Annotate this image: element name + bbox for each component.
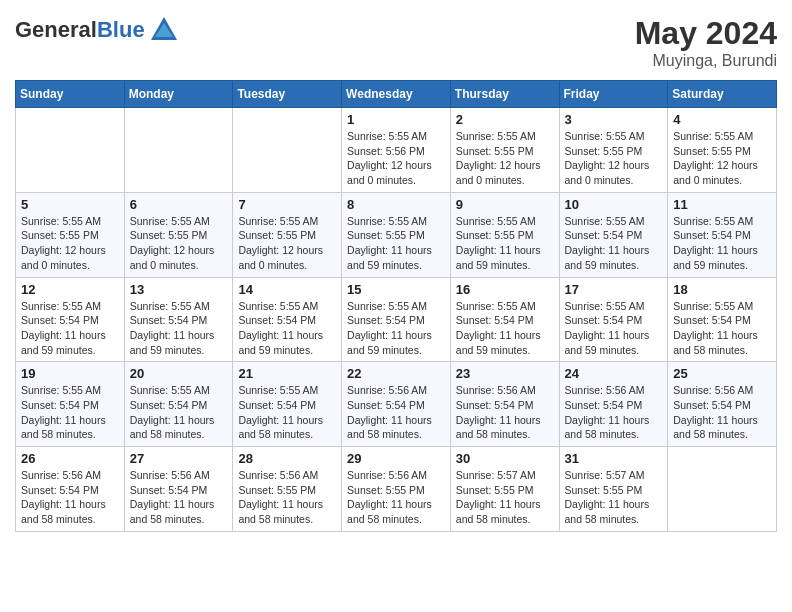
- calendar-cell: 12Sunrise: 5:55 AM Sunset: 5:54 PM Dayli…: [16, 277, 125, 362]
- calendar-cell: 26Sunrise: 5:56 AM Sunset: 5:54 PM Dayli…: [16, 447, 125, 532]
- day-info: Sunrise: 5:57 AM Sunset: 5:55 PM Dayligh…: [565, 468, 663, 527]
- day-info: Sunrise: 5:55 AM Sunset: 5:54 PM Dayligh…: [238, 383, 336, 442]
- day-number: 7: [238, 197, 336, 212]
- weekday-header: Tuesday: [233, 81, 342, 108]
- calendar-cell: 25Sunrise: 5:56 AM Sunset: 5:54 PM Dayli…: [668, 362, 777, 447]
- day-number: 17: [565, 282, 663, 297]
- day-number: 8: [347, 197, 445, 212]
- calendar-cell: 29Sunrise: 5:56 AM Sunset: 5:55 PM Dayli…: [342, 447, 451, 532]
- day-number: 21: [238, 366, 336, 381]
- month-title: May 2024: [635, 15, 777, 52]
- calendar-week-row: 12Sunrise: 5:55 AM Sunset: 5:54 PM Dayli…: [16, 277, 777, 362]
- calendar-cell: 15Sunrise: 5:55 AM Sunset: 5:54 PM Dayli…: [342, 277, 451, 362]
- day-number: 6: [130, 197, 228, 212]
- page-header: GeneralBlue May 2024 Muyinga, Burundi: [15, 15, 777, 70]
- day-number: 29: [347, 451, 445, 466]
- day-number: 16: [456, 282, 554, 297]
- calendar-cell: 17Sunrise: 5:55 AM Sunset: 5:54 PM Dayli…: [559, 277, 668, 362]
- calendar-cell: 14Sunrise: 5:55 AM Sunset: 5:54 PM Dayli…: [233, 277, 342, 362]
- logo-blue: Blue: [97, 17, 145, 42]
- day-number: 4: [673, 112, 771, 127]
- day-number: 11: [673, 197, 771, 212]
- calendar-cell: [233, 108, 342, 193]
- day-number: 10: [565, 197, 663, 212]
- day-number: 5: [21, 197, 119, 212]
- calendar-cell: 16Sunrise: 5:55 AM Sunset: 5:54 PM Dayli…: [450, 277, 559, 362]
- day-info: Sunrise: 5:55 AM Sunset: 5:55 PM Dayligh…: [673, 129, 771, 188]
- day-info: Sunrise: 5:56 AM Sunset: 5:55 PM Dayligh…: [238, 468, 336, 527]
- day-info: Sunrise: 5:56 AM Sunset: 5:55 PM Dayligh…: [347, 468, 445, 527]
- calendar-cell: [668, 447, 777, 532]
- day-number: 27: [130, 451, 228, 466]
- day-number: 1: [347, 112, 445, 127]
- day-info: Sunrise: 5:55 AM Sunset: 5:54 PM Dayligh…: [673, 214, 771, 273]
- day-info: Sunrise: 5:56 AM Sunset: 5:54 PM Dayligh…: [130, 468, 228, 527]
- calendar-cell: 31Sunrise: 5:57 AM Sunset: 5:55 PM Dayli…: [559, 447, 668, 532]
- day-number: 31: [565, 451, 663, 466]
- day-number: 3: [565, 112, 663, 127]
- day-info: Sunrise: 5:55 AM Sunset: 5:55 PM Dayligh…: [21, 214, 119, 273]
- day-info: Sunrise: 5:56 AM Sunset: 5:54 PM Dayligh…: [456, 383, 554, 442]
- day-info: Sunrise: 5:55 AM Sunset: 5:55 PM Dayligh…: [565, 129, 663, 188]
- day-info: Sunrise: 5:55 AM Sunset: 5:54 PM Dayligh…: [21, 299, 119, 358]
- day-number: 20: [130, 366, 228, 381]
- calendar-cell: 3Sunrise: 5:55 AM Sunset: 5:55 PM Daylig…: [559, 108, 668, 193]
- weekday-header: Saturday: [668, 81, 777, 108]
- calendar-cell: 1Sunrise: 5:55 AM Sunset: 5:56 PM Daylig…: [342, 108, 451, 193]
- day-info: Sunrise: 5:55 AM Sunset: 5:54 PM Dayligh…: [238, 299, 336, 358]
- day-info: Sunrise: 5:56 AM Sunset: 5:54 PM Dayligh…: [565, 383, 663, 442]
- calendar-cell: 20Sunrise: 5:55 AM Sunset: 5:54 PM Dayli…: [124, 362, 233, 447]
- weekday-header: Wednesday: [342, 81, 451, 108]
- calendar-cell: 8Sunrise: 5:55 AM Sunset: 5:55 PM Daylig…: [342, 192, 451, 277]
- day-info: Sunrise: 5:55 AM Sunset: 5:55 PM Dayligh…: [456, 129, 554, 188]
- calendar-cell: 9Sunrise: 5:55 AM Sunset: 5:55 PM Daylig…: [450, 192, 559, 277]
- logo: GeneralBlue: [15, 15, 179, 45]
- calendar-cell: 5Sunrise: 5:55 AM Sunset: 5:55 PM Daylig…: [16, 192, 125, 277]
- calendar-cell: 2Sunrise: 5:55 AM Sunset: 5:55 PM Daylig…: [450, 108, 559, 193]
- day-number: 12: [21, 282, 119, 297]
- day-number: 24: [565, 366, 663, 381]
- calendar-cell: 22Sunrise: 5:56 AM Sunset: 5:54 PM Dayli…: [342, 362, 451, 447]
- calendar-cell: 4Sunrise: 5:55 AM Sunset: 5:55 PM Daylig…: [668, 108, 777, 193]
- day-info: Sunrise: 5:55 AM Sunset: 5:54 PM Dayligh…: [21, 383, 119, 442]
- logo-general: General: [15, 17, 97, 42]
- logo-text: GeneralBlue: [15, 17, 145, 43]
- calendar-header-row: SundayMondayTuesdayWednesdayThursdayFrid…: [16, 81, 777, 108]
- day-info: Sunrise: 5:56 AM Sunset: 5:54 PM Dayligh…: [673, 383, 771, 442]
- day-number: 15: [347, 282, 445, 297]
- calendar-cell: 28Sunrise: 5:56 AM Sunset: 5:55 PM Dayli…: [233, 447, 342, 532]
- day-info: Sunrise: 5:55 AM Sunset: 5:55 PM Dayligh…: [456, 214, 554, 273]
- calendar-week-row: 5Sunrise: 5:55 AM Sunset: 5:55 PM Daylig…: [16, 192, 777, 277]
- calendar-table: SundayMondayTuesdayWednesdayThursdayFrid…: [15, 80, 777, 532]
- logo-icon: [149, 15, 179, 45]
- day-info: Sunrise: 5:56 AM Sunset: 5:54 PM Dayligh…: [21, 468, 119, 527]
- calendar-cell: 11Sunrise: 5:55 AM Sunset: 5:54 PM Dayli…: [668, 192, 777, 277]
- calendar-cell: 6Sunrise: 5:55 AM Sunset: 5:55 PM Daylig…: [124, 192, 233, 277]
- day-info: Sunrise: 5:55 AM Sunset: 5:54 PM Dayligh…: [673, 299, 771, 358]
- calendar-week-row: 26Sunrise: 5:56 AM Sunset: 5:54 PM Dayli…: [16, 447, 777, 532]
- weekday-header: Monday: [124, 81, 233, 108]
- day-info: Sunrise: 5:55 AM Sunset: 5:55 PM Dayligh…: [130, 214, 228, 273]
- day-info: Sunrise: 5:55 AM Sunset: 5:54 PM Dayligh…: [565, 214, 663, 273]
- day-info: Sunrise: 5:55 AM Sunset: 5:54 PM Dayligh…: [130, 383, 228, 442]
- day-info: Sunrise: 5:55 AM Sunset: 5:54 PM Dayligh…: [347, 299, 445, 358]
- calendar-cell: 27Sunrise: 5:56 AM Sunset: 5:54 PM Dayli…: [124, 447, 233, 532]
- day-number: 23: [456, 366, 554, 381]
- calendar-cell: 19Sunrise: 5:55 AM Sunset: 5:54 PM Dayli…: [16, 362, 125, 447]
- calendar-week-row: 19Sunrise: 5:55 AM Sunset: 5:54 PM Dayli…: [16, 362, 777, 447]
- calendar-cell: 23Sunrise: 5:56 AM Sunset: 5:54 PM Dayli…: [450, 362, 559, 447]
- day-info: Sunrise: 5:57 AM Sunset: 5:55 PM Dayligh…: [456, 468, 554, 527]
- calendar-cell: [124, 108, 233, 193]
- day-number: 18: [673, 282, 771, 297]
- calendar-cell: 10Sunrise: 5:55 AM Sunset: 5:54 PM Dayli…: [559, 192, 668, 277]
- weekday-header: Thursday: [450, 81, 559, 108]
- day-info: Sunrise: 5:55 AM Sunset: 5:54 PM Dayligh…: [456, 299, 554, 358]
- calendar-cell: 30Sunrise: 5:57 AM Sunset: 5:55 PM Dayli…: [450, 447, 559, 532]
- day-info: Sunrise: 5:55 AM Sunset: 5:55 PM Dayligh…: [347, 214, 445, 273]
- location-title: Muyinga, Burundi: [635, 52, 777, 70]
- day-number: 19: [21, 366, 119, 381]
- calendar-cell: 24Sunrise: 5:56 AM Sunset: 5:54 PM Dayli…: [559, 362, 668, 447]
- weekday-header: Friday: [559, 81, 668, 108]
- calendar-cell: 21Sunrise: 5:55 AM Sunset: 5:54 PM Dayli…: [233, 362, 342, 447]
- day-number: 22: [347, 366, 445, 381]
